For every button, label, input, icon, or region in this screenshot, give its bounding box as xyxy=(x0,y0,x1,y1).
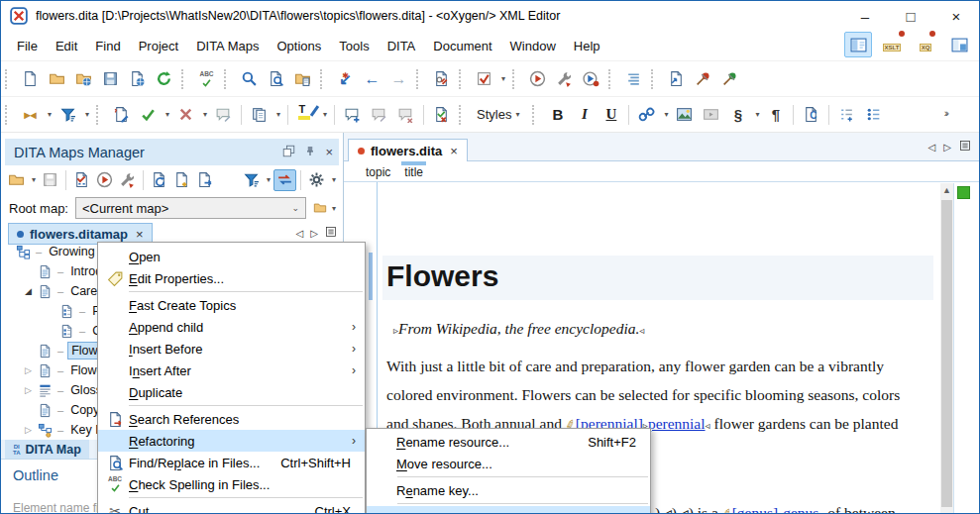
comment-add-button[interactable] xyxy=(339,102,366,128)
open-url-button[interactable] xyxy=(70,66,97,92)
menubar-item-window[interactable]: Window xyxy=(502,35,564,57)
open-folder-button[interactable] xyxy=(44,66,70,92)
find-in-files-button[interactable] xyxy=(263,66,289,92)
highlight-button[interactable]: T xyxy=(292,102,319,128)
menu-item-insert-after[interactable]: Insert After› xyxy=(98,360,365,381)
tags-button[interactable]: ▸◂ xyxy=(17,102,44,128)
filter-button[interactable] xyxy=(240,169,263,191)
doc-plus-button[interactable] xyxy=(170,169,193,191)
dropdown-caret-icon[interactable]: ▾ xyxy=(29,175,39,184)
expand-icon[interactable]: ▷ xyxy=(25,425,32,435)
next-tab-icon[interactable]: ▷ xyxy=(310,228,318,239)
comment-del-button[interactable] xyxy=(392,102,419,128)
tab-dita-map-view[interactable]: DITA DITA Map xyxy=(5,440,89,459)
copy-button[interactable] xyxy=(246,102,272,128)
transform-button[interactable] xyxy=(116,169,139,191)
sync-sel-button[interactable] xyxy=(273,169,296,191)
dropdown-caret-icon[interactable]: ▾ xyxy=(45,110,54,119)
save-button[interactable] xyxy=(97,66,124,92)
menu-item-refactoring[interactable]: Refactoring› xyxy=(98,430,365,452)
transform-button[interactable] xyxy=(551,66,578,92)
root-map-combo[interactable]: <Current map> ⌄ xyxy=(75,197,306,219)
menubar-item-project[interactable]: Project xyxy=(131,35,186,57)
code-c-button[interactable]: C xyxy=(798,102,824,128)
menu-item-edit-properties[interactable]: Edit Properties... xyxy=(98,267,365,289)
menubar-item-file[interactable]: File xyxy=(9,35,46,57)
comment-mod-button[interactable] xyxy=(366,102,392,128)
dropdown-caret-icon[interactable]: ▾ xyxy=(661,110,671,119)
dropdown-caret-icon[interactable]: ▾ xyxy=(498,74,508,83)
menu-item-check-spelling-in-files[interactable]: ABCCheck Spelling in Files... xyxy=(98,473,365,495)
dropdown-caret-icon[interactable]: ▾ xyxy=(264,175,273,184)
search-button[interactable] xyxy=(236,66,263,92)
video-button[interactable] xyxy=(698,102,724,128)
collapse-icon[interactable]: ◢ xyxy=(25,286,32,296)
pin-green-button[interactable] xyxy=(716,66,743,92)
minimize-button[interactable]: – xyxy=(842,1,888,31)
tc-edit-button[interactable] xyxy=(108,102,135,128)
list-bullet-button[interactable] xyxy=(860,102,887,128)
last-edit-button[interactable]: ↙✱ xyxy=(332,66,359,92)
sync-doc-button[interactable] xyxy=(148,169,170,191)
menu-item-append-child[interactable]: Append child› xyxy=(98,316,365,338)
filter-button[interactable] xyxy=(54,102,81,128)
breadcrumb-topic[interactable]: topic xyxy=(366,163,390,179)
menubar-item-dita[interactable]: DITA xyxy=(380,35,424,57)
scroll-up-icon[interactable]: ▲ xyxy=(940,185,953,195)
dropdown-caret-icon[interactable]: ▾ xyxy=(200,110,210,119)
pilcrow-button[interactable]: ¶ xyxy=(762,102,789,128)
menu-item-cut[interactable]: ✂CutCtrl+X xyxy=(98,500,365,514)
open-folder-button[interactable] xyxy=(5,169,28,191)
tab-list-icon[interactable] xyxy=(325,226,337,241)
close-panel-icon[interactable]: × xyxy=(325,145,333,159)
scrollbar-thumb[interactable] xyxy=(941,200,952,507)
menu-item-search-references[interactable]: Search References xyxy=(98,408,365,430)
pin-red-button[interactable] xyxy=(690,66,716,92)
xslt-debug-icon[interactable]: XSLT xyxy=(878,32,906,57)
toolbar-overflow-icon[interactable]: ›› xyxy=(944,107,947,119)
menu-item-rename-key[interactable]: Rename key... xyxy=(367,479,650,501)
maximize-button[interactable]: □ xyxy=(888,1,933,31)
indent-button[interactable] xyxy=(620,66,647,92)
menubar-item-edit[interactable]: Edit xyxy=(48,35,85,57)
menu-item-open[interactable]: Open xyxy=(98,246,365,267)
back-button[interactable]: ← xyxy=(359,66,385,92)
menubar-item-options[interactable]: Options xyxy=(269,35,329,57)
doc-export-button[interactable] xyxy=(193,169,216,191)
reject-button[interactable] xyxy=(172,102,199,128)
save-url-button[interactable] xyxy=(124,66,151,92)
styles-dropdown[interactable]: Styles▾ xyxy=(471,105,528,124)
genus-link[interactable]: genus xyxy=(783,504,818,514)
close-tab-icon[interactable]: × xyxy=(136,227,144,242)
image-button[interactable] xyxy=(671,102,698,128)
choose-root-map-button[interactable]: ▾ xyxy=(312,201,339,215)
close-button[interactable]: × xyxy=(933,1,979,31)
dropdown-caret-icon[interactable]: ▾ xyxy=(163,110,172,119)
run-button[interactable] xyxy=(524,66,551,92)
tab-flowers-dita[interactable]: flowers.dita × xyxy=(348,139,468,161)
menubar-item-document[interactable]: Document xyxy=(425,35,499,57)
reload-button[interactable] xyxy=(151,66,177,92)
grid-layout-icon[interactable] xyxy=(945,32,973,57)
comment-pencil-button[interactable] xyxy=(210,102,237,128)
vertical-scrollbar[interactable]: ▲ xyxy=(940,183,953,513)
prev-editor-icon[interactable]: ◁ xyxy=(928,142,936,153)
underline-button[interactable]: U xyxy=(598,102,624,128)
new-doc-button[interactable] xyxy=(17,66,44,92)
run-button[interactable] xyxy=(93,169,116,191)
dropdown-caret-icon[interactable]: ▾ xyxy=(82,110,92,119)
spell-check-button[interactable]: ABC xyxy=(193,66,220,92)
xq-debug-icon[interactable]: XQ xyxy=(912,32,939,57)
menu-item-move-resource[interactable]: Move resource... xyxy=(367,453,650,474)
pin-panel-icon[interactable] xyxy=(304,145,316,160)
find-resource-button[interactable] xyxy=(289,66,316,92)
float-panel-icon[interactable] xyxy=(282,145,295,160)
menubar-item-find[interactable]: Find xyxy=(87,35,128,57)
expand-icon[interactable]: ▷ xyxy=(25,365,32,375)
menu-item-rename-resource[interactable]: Rename resource...Shift+F2 xyxy=(367,431,650,453)
editor-layout-icon[interactable] xyxy=(844,32,872,57)
debug-button[interactable] xyxy=(578,66,604,92)
dropdown-caret-icon[interactable]: ▾ xyxy=(273,110,283,119)
accept-button[interactable] xyxy=(135,102,162,128)
menu-item-insert-before[interactable]: Insert Before› xyxy=(98,338,365,360)
